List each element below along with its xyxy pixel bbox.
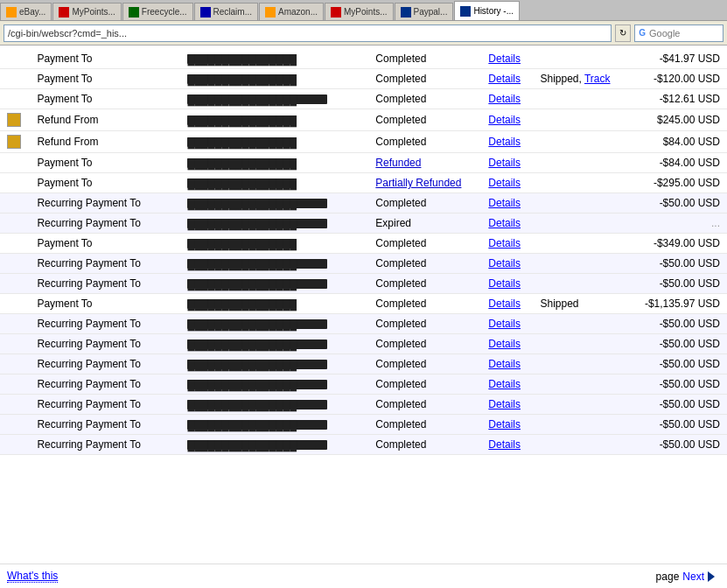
google-search-box: G bbox=[634, 24, 724, 42]
table-row: Payment To████████████████RefundedDetail… bbox=[0, 153, 727, 173]
recipient-name: ████████████████ bbox=[180, 49, 368, 69]
tab-3[interactable]: Freecycle... bbox=[122, 3, 193, 20]
row-icon-cell bbox=[0, 89, 30, 109]
tab-8-active[interactable]: History -... bbox=[454, 1, 520, 20]
row-icon-cell bbox=[0, 193, 30, 214]
transaction-type: Recurring Payment To bbox=[30, 254, 180, 274]
redacted-name: ████████████████ bbox=[187, 319, 327, 329]
recipient-name: ████████████████ bbox=[180, 294, 368, 314]
details-link[interactable]: Details bbox=[488, 237, 521, 249]
details-link[interactable]: Details bbox=[488, 418, 521, 430]
details-cell: Details bbox=[481, 214, 533, 234]
transaction-status: Partially Refunded bbox=[368, 173, 481, 193]
redacted-name: ████████████████ bbox=[187, 239, 297, 248]
tab-5[interactable]: Amazon... bbox=[259, 3, 324, 20]
details-link[interactable]: Details bbox=[488, 114, 521, 126]
transaction-amount: -$50.00 USD bbox=[624, 415, 727, 435]
page-label: page bbox=[656, 570, 680, 583]
tab-6[interactable]: MyPoints... bbox=[325, 3, 393, 20]
transaction-amount: -$50.00 USD bbox=[624, 193, 727, 214]
details-link[interactable]: Details bbox=[488, 398, 521, 410]
row-icon-cell bbox=[0, 69, 30, 89]
details-link[interactable]: Details bbox=[488, 378, 521, 390]
status-link[interactable]: Partially Refunded bbox=[375, 177, 461, 189]
details-link[interactable]: Details bbox=[488, 438, 521, 451]
transaction-amount: ... bbox=[624, 214, 727, 234]
details-link[interactable]: Details bbox=[488, 52, 521, 65]
transaction-type: Recurring Payment To bbox=[30, 334, 180, 354]
details-link[interactable]: Details bbox=[488, 136, 521, 148]
details-link[interactable]: Details bbox=[488, 93, 521, 105]
transaction-type: Payment To bbox=[30, 173, 180, 193]
table-row: Recurring Payment To████████████████Comp… bbox=[0, 314, 727, 334]
table-row: Refund From████████████████CompletedDeta… bbox=[0, 131, 727, 153]
refresh-button[interactable]: ↻ bbox=[615, 24, 631, 42]
transaction-amount: -$50.00 USD bbox=[624, 354, 727, 374]
details-link[interactable]: Details bbox=[488, 257, 521, 270]
details-link[interactable]: Details bbox=[488, 157, 521, 169]
status-link[interactable]: Refunded bbox=[375, 157, 421, 169]
extra-info-cell bbox=[533, 214, 623, 234]
transaction-type: Recurring Payment To bbox=[30, 435, 180, 455]
row-icon-cell bbox=[0, 274, 30, 294]
table-row: Payment To████████████████Partially Refu… bbox=[0, 173, 727, 193]
transaction-status: Completed bbox=[368, 69, 481, 89]
redacted-name: ████████████████ bbox=[187, 259, 327, 269]
transaction-amount: -$50.00 USD bbox=[624, 334, 727, 354]
address-input[interactable] bbox=[3, 24, 612, 42]
details-link[interactable]: Details bbox=[488, 73, 521, 85]
row-icon-cell bbox=[0, 234, 30, 254]
details-cell: Details bbox=[481, 173, 533, 193]
transaction-type: Refund From bbox=[30, 131, 180, 153]
redacted-name: ████████████████ bbox=[187, 137, 297, 147]
transaction-status: Completed bbox=[368, 254, 481, 274]
details-link[interactable]: Details bbox=[488, 177, 521, 189]
transaction-status: Completed bbox=[368, 435, 481, 455]
redacted-name: ████████████████ bbox=[187, 380, 327, 389]
transaction-status: Completed bbox=[368, 395, 481, 415]
next-button[interactable]: Next bbox=[682, 570, 720, 583]
transaction-amount: -$295.00 USD bbox=[624, 173, 727, 193]
redacted-name: ████████████████ bbox=[187, 116, 297, 125]
transaction-type: Recurring Payment To bbox=[30, 193, 180, 214]
track-link[interactable]: Track bbox=[584, 73, 611, 85]
extra-info-cell bbox=[533, 395, 623, 415]
tab-7[interactable]: Paypal... bbox=[395, 3, 454, 20]
details-cell: Details bbox=[481, 395, 533, 415]
what-this-link[interactable]: What's this bbox=[7, 570, 58, 583]
transaction-status: Completed bbox=[368, 109, 481, 131]
transaction-type: Recurring Payment To bbox=[30, 415, 180, 435]
recipient-name: ████████████████ bbox=[180, 415, 368, 435]
tab-1[interactable]: eBay... bbox=[0, 3, 52, 20]
row-icon-cell bbox=[0, 314, 30, 334]
details-cell: Details bbox=[481, 131, 533, 153]
table-row: Recurring Payment To████████████████Expi… bbox=[0, 214, 727, 234]
details-link[interactable]: Details bbox=[488, 358, 521, 370]
table-row: Refund From████████████████CompletedDeta… bbox=[0, 109, 727, 131]
row-icon-cell bbox=[0, 254, 30, 274]
details-cell: Details bbox=[481, 234, 533, 254]
tab-4[interactable]: Reclaim... bbox=[194, 3, 258, 20]
transaction-status: Completed bbox=[368, 193, 481, 214]
redacted-name: ████████████████ bbox=[187, 199, 327, 208]
page-content: Payment To████████████████CompletedDetai… bbox=[0, 46, 727, 458]
details-link[interactable]: Details bbox=[488, 217, 521, 229]
table-row: Recurring Payment To████████████████Comp… bbox=[0, 374, 727, 395]
details-link[interactable]: Details bbox=[488, 197, 521, 209]
transaction-status: Completed bbox=[368, 49, 481, 69]
details-link[interactable]: Details bbox=[488, 338, 521, 350]
details-cell: Details bbox=[481, 69, 533, 89]
table-row: Payment To████████████████CompletedDetai… bbox=[0, 49, 727, 69]
details-link[interactable]: Details bbox=[488, 298, 521, 310]
google-search-input[interactable] bbox=[649, 28, 719, 38]
details-link[interactable]: Details bbox=[488, 277, 521, 290]
google-logo: G bbox=[639, 28, 646, 38]
tab-2[interactable]: MyPoints... bbox=[52, 3, 121, 20]
row-icon-cell bbox=[0, 435, 30, 455]
transaction-amount: -$12.61 USD bbox=[624, 89, 727, 109]
details-link[interactable]: Details bbox=[488, 318, 521, 330]
recipient-name: ████████████████ bbox=[180, 334, 368, 354]
details-cell: Details bbox=[481, 193, 533, 214]
table-row: Recurring Payment To████████████████Comp… bbox=[0, 334, 727, 354]
redacted-name: ████████████████ bbox=[187, 279, 327, 289]
